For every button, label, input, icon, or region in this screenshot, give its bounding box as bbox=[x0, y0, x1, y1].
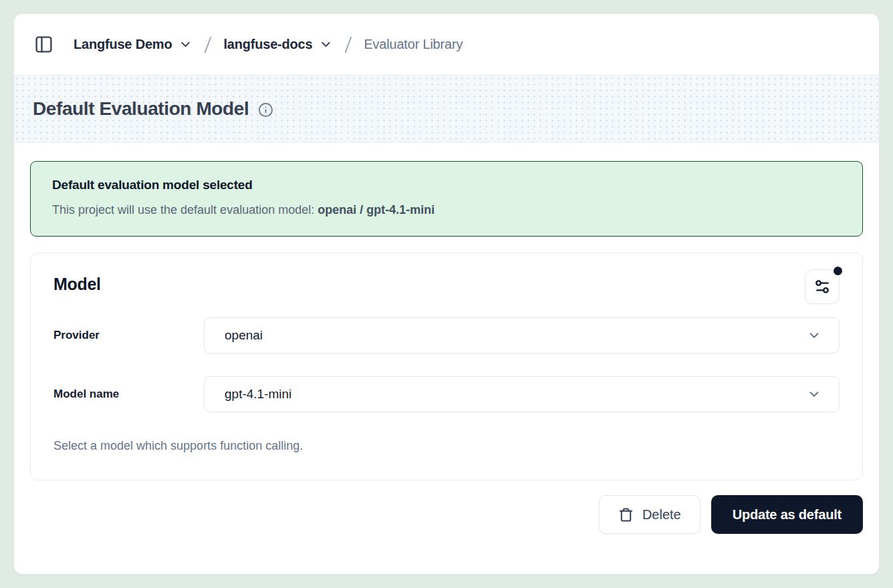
model-helper-text: Select a model which supports function c… bbox=[53, 439, 840, 453]
update-as-default-button[interactable]: Update as default bbox=[711, 495, 863, 534]
main-panel: Langfuse Demo langfuse-docs Evaluator Li… bbox=[13, 13, 880, 575]
chevron-down-icon bbox=[178, 37, 193, 51]
info-circle-icon[interactable] bbox=[258, 100, 273, 118]
sliders-settings-icon bbox=[813, 278, 831, 295]
breadcrumb: Langfuse Demo langfuse-docs Evaluator Li… bbox=[14, 14, 879, 76]
chevron-down-icon bbox=[807, 328, 821, 343]
panel-left-icon bbox=[34, 35, 53, 54]
model-card-title: Model bbox=[53, 269, 101, 294]
default-model-banner: Default evaluation model selected This p… bbox=[30, 161, 863, 237]
model-name-label: Model name bbox=[53, 388, 204, 401]
provider-select[interactable]: openai bbox=[204, 317, 840, 353]
model-card-header: Model bbox=[53, 269, 840, 304]
delete-button-label: Delete bbox=[642, 507, 681, 523]
model-advanced-settings-button[interactable] bbox=[805, 269, 840, 304]
project-switcher[interactable]: langfuse-docs bbox=[223, 37, 333, 52]
page-header: Default Evaluation Model bbox=[14, 76, 879, 142]
model-name-row: Model name gpt-4.1-mini bbox=[53, 376, 840, 412]
banner-body: This project will use the default evalua… bbox=[52, 203, 841, 217]
page-title: Default Evaluation Model bbox=[33, 98, 249, 120]
update-button-label: Update as default bbox=[733, 507, 842, 523]
breadcrumb-separator bbox=[205, 36, 212, 53]
delete-button[interactable]: Delete bbox=[599, 495, 700, 534]
banner-body-text: This project will use the default evalua… bbox=[52, 203, 317, 216]
provider-label: Provider bbox=[53, 329, 204, 342]
content-area: Default evaluation model selected This p… bbox=[14, 142, 879, 574]
provider-value: openai bbox=[225, 328, 263, 343]
breadcrumb-separator bbox=[345, 36, 352, 53]
breadcrumb-page-link[interactable]: Evaluator Library bbox=[364, 37, 463, 52]
chevron-down-icon bbox=[319, 37, 333, 51]
project-name: langfuse-docs bbox=[223, 37, 312, 52]
footer-actions: Delete Update as default bbox=[30, 495, 863, 534]
org-name: Langfuse Demo bbox=[74, 37, 172, 52]
notification-dot bbox=[832, 265, 844, 277]
provider-row: Provider openai bbox=[53, 317, 840, 353]
chevron-down-icon bbox=[807, 387, 821, 402]
banner-title: Default evaluation model selected bbox=[52, 178, 841, 192]
model-name-value: gpt-4.1-mini bbox=[225, 387, 291, 402]
model-name-select[interactable]: gpt-4.1-mini bbox=[204, 376, 840, 412]
banner-model-value: openai / gpt-4.1-mini bbox=[317, 203, 434, 216]
org-switcher[interactable]: Langfuse Demo bbox=[74, 37, 193, 52]
trash-icon bbox=[618, 507, 634, 523]
sidebar-toggle-button[interactable] bbox=[34, 35, 53, 54]
model-card: Model Provider openai bbox=[30, 253, 863, 480]
